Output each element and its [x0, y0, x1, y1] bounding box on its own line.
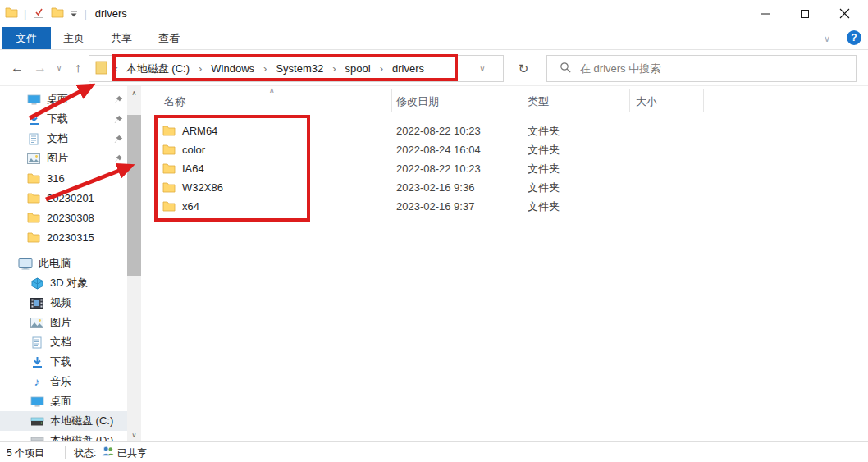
maximize-button[interactable] — [786, 0, 824, 27]
file-row-ia64[interactable]: IA64 2022-08-22 10:23 文件夹 — [0, 159, 722, 178]
scroll-down-icon[interactable]: ∨ — [127, 428, 141, 441]
drive-icon — [30, 417, 44, 426]
file-row-x64[interactable]: x64 2023-02-16 9:37 文件夹 — [0, 197, 722, 216]
sidebar-item-music[interactable]: ♪ 音乐 — [0, 372, 127, 391]
breadcrumb: 本地磁盘 (C:) › Windows › System32 › spool ›… — [126, 62, 424, 76]
window-title: drivers — [95, 7, 127, 20]
file-row-w32x86[interactable]: W32X86 2023-02-16 9:36 文件夹 — [0, 178, 722, 197]
sidebar-item-local-disk-d[interactable]: 本地磁盘 (D:) — [0, 431, 127, 441]
file-date: 2022-08-24 16:04 — [396, 144, 481, 156]
status-bar: 5 个项目 状态: 已共享 — [0, 441, 868, 462]
back-icon[interactable]: ← — [7, 57, 28, 80]
folder-icon — [162, 144, 176, 158]
properties-check-icon[interactable] — [32, 6, 45, 21]
file-date: 2023-02-16 9:36 — [396, 181, 474, 194]
tab-file[interactable]: 文件 — [2, 27, 51, 49]
videos-icon — [30, 298, 44, 309]
column-divider[interactable] — [523, 89, 523, 112]
search-icon — [560, 62, 572, 76]
download-icon — [30, 356, 44, 368]
column-header-date-modified[interactable]: 修改日期 — [396, 94, 439, 109]
forward-icon[interactable]: → — [30, 57, 51, 80]
pictures-icon — [30, 318, 44, 328]
address-dropdown-icon[interactable]: ∨ — [473, 56, 491, 81]
item-count: 5 个项目 — [7, 446, 44, 460]
address-folder-icon — [95, 61, 107, 77]
sidebar-item-label: 桌面 — [47, 92, 68, 107]
file-row-arm64[interactable]: ARM64 2022-08-22 10:23 文件夹 — [0, 121, 722, 140]
breadcrumb-segment-drive[interactable]: 本地磁盘 (C:) — [126, 62, 190, 76]
up-icon[interactable]: ↑ — [67, 57, 89, 80]
file-date: 2022-08-22 10:23 — [396, 162, 481, 175]
tab-view[interactable]: 查看 — [146, 27, 192, 49]
breadcrumb-separator-icon: › — [199, 62, 202, 75]
sort-ascending-icon: ∧ — [269, 86, 275, 94]
sidebar-item-local-disk-c[interactable]: 本地磁盘 (C:) — [0, 411, 127, 431]
tab-home[interactable]: 主页 — [51, 27, 97, 49]
shared-people-icon — [102, 446, 115, 460]
file-name: W32X86 — [182, 181, 223, 194]
column-header-name[interactable]: 名称 — [164, 94, 185, 109]
refresh-icon[interactable]: ↻ — [510, 55, 537, 82]
3d-objects-icon — [30, 277, 44, 290]
folder-icon — [162, 181, 176, 195]
file-date: 2023-02-16 9:37 — [396, 200, 474, 213]
sidebar-item-downloads-pc[interactable]: 下载 — [0, 352, 127, 372]
breadcrumb-segment-system32[interactable]: System32 — [276, 62, 323, 75]
breadcrumb-segment-windows[interactable]: Windows — [211, 62, 254, 75]
sidebar-item-label: 下载 — [50, 355, 71, 369]
title-bar: | | drivers — [0, 0, 868, 27]
ribbon-tab-bar: 文件 主页 共享 查看 ∨ ? — [0, 27, 868, 50]
column-header-size[interactable]: 大小 — [636, 94, 657, 109]
sidebar-item-documents-pc[interactable]: 文档 — [0, 332, 127, 352]
status-value: 已共享 — [117, 446, 147, 460]
quick-access-toolbar-dropdown-icon[interactable] — [70, 7, 78, 20]
ribbon-collapse-chevron-icon[interactable]: ∨ — [819, 30, 835, 47]
sidebar-item-label: 音乐 — [50, 374, 71, 389]
search-box — [546, 55, 857, 82]
column-divider[interactable] — [703, 89, 704, 112]
sidebar-item-desktop-qa[interactable]: 桌面 — [0, 89, 127, 109]
minimize-button[interactable] — [747, 0, 784, 27]
help-icon[interactable]: ? — [847, 30, 861, 45]
scroll-up-icon[interactable]: ∧ — [127, 86, 141, 99]
sidebar-item-this-pc[interactable]: 此电脑 — [0, 254, 127, 273]
sidebar-item-3d-objects[interactable]: 3D 对象 — [0, 273, 127, 293]
sidebar-item-videos[interactable]: 视频 — [0, 293, 127, 313]
breadcrumb-segment-drivers[interactable]: drivers — [392, 62, 424, 75]
sidebar-item-pictures-pc[interactable]: 图片 — [0, 313, 127, 332]
column-divider[interactable] — [629, 89, 630, 112]
column-header-type[interactable]: 类型 — [528, 94, 549, 109]
sidebar-item-label: 本地磁盘 (C:) — [50, 414, 113, 428]
close-button[interactable] — [825, 0, 863, 27]
tab-share[interactable]: 共享 — [98, 27, 144, 49]
sidebar-item-desktop-pc[interactable]: 桌面 — [0, 391, 127, 411]
tab-view-label: 查看 — [158, 31, 180, 46]
address-bar[interactable]: « 本地磁盘 (C:) › Windows › System32 › spool… — [89, 55, 504, 82]
computer-icon — [18, 258, 33, 270]
recent-locations-chevron-icon[interactable]: ∨ — [53, 57, 66, 80]
titlebar-separator: | — [84, 7, 86, 20]
file-name: ARM64 — [182, 125, 217, 137]
sidebar-item-label: 图片 — [50, 315, 71, 330]
sidebar-item-label: 桌面 — [50, 394, 71, 409]
folder-icon — [26, 231, 41, 243]
file-name: color — [182, 144, 205, 156]
sidebar-item-label: 视频 — [50, 295, 71, 310]
music-icon: ♪ — [30, 375, 44, 388]
desktop-icon — [30, 396, 44, 408]
tab-share-label: 共享 — [111, 31, 132, 46]
breadcrumb-overflow-icon[interactable]: « — [112, 63, 118, 75]
file-type: 文件夹 — [528, 124, 560, 139]
new-folder-icon[interactable] — [51, 7, 64, 21]
status-label: 状态: — [74, 446, 96, 460]
breadcrumb-segment-spool[interactable]: spool — [345, 62, 371, 75]
column-divider[interactable] — [391, 89, 392, 112]
search-input[interactable] — [580, 62, 856, 75]
statusbar-divider — [65, 446, 66, 459]
file-row-color[interactable]: color 2022-08-24 16:04 文件夹 — [0, 140, 722, 159]
file-type: 文件夹 — [528, 199, 560, 214]
sidebar-item-folder-20230315[interactable]: 20230315 — [0, 227, 127, 247]
file-type: 文件夹 — [528, 181, 560, 195]
navigation-toolbar: ← → ∨ ↑ « 本地磁盘 (C:) › Windows › System32… — [0, 50, 868, 86]
